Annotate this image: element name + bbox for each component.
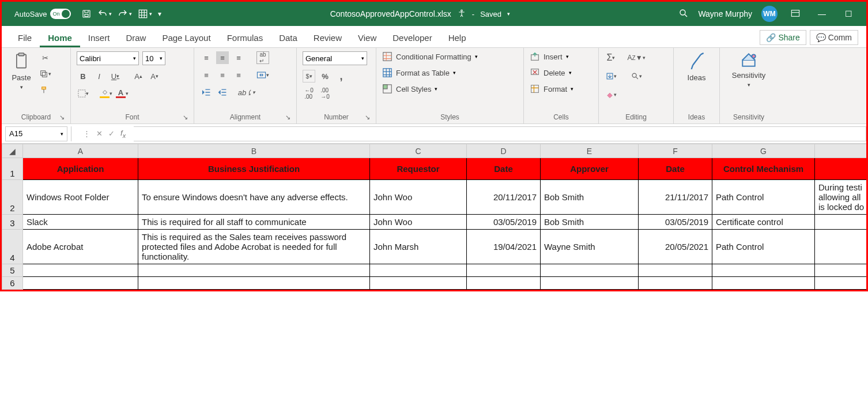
cell-F3[interactable]: 03/05/2019 [639,215,712,230]
wrap-text-button[interactable]: ab↵ [256,51,269,64]
column-header-D[interactable]: D [467,144,541,158]
cell-G2[interactable]: Path Control [712,180,815,215]
cell-D6[interactable] [467,277,541,290]
select-all-corner[interactable]: ◢ [2,144,23,158]
user-avatar[interactable]: WM [761,6,778,22]
maximize-button[interactable]: ☐ [840,9,857,18]
align-left-icon[interactable]: ≡ [200,69,213,81]
font-name-combo[interactable]: Calibri▾ [77,51,139,65]
align-center-icon[interactable]: ≡ [216,69,229,81]
ideas-button[interactable]: Ideas [683,51,711,82]
fill-button[interactable]: ▾ [605,70,617,83]
increase-font-icon[interactable]: A▴ [132,70,145,83]
decrease-decimal-icon[interactable]: .00→0 [319,87,331,100]
cell-H3[interactable] [815,215,867,230]
copy-icon[interactable]: ▾ [39,68,51,80]
bold-button[interactable]: B [77,70,89,83]
formula-input[interactable] [134,126,866,141]
cell-B5[interactable] [138,264,370,277]
dialog-launcher-icon[interactable]: ↘ [285,114,290,121]
borders-button[interactable]: ▾ [77,87,89,100]
comma-icon[interactable]: , [335,70,348,83]
decrease-indent-icon[interactable] [200,86,213,99]
underline-button[interactable]: U▾ [109,70,122,83]
sensitivity-button[interactable]: Sensitivity ▾ [732,51,766,88]
dialog-launcher-icon[interactable]: ↘ [365,114,370,121]
cell-D4[interactable]: 19/04/2021 [467,230,541,264]
cell-D5[interactable] [467,264,541,277]
column-header-H[interactable] [815,144,867,158]
formula-menu-icon[interactable]: ⋮ [83,129,90,138]
cell-G1[interactable]: Control Mechanism [712,158,815,180]
column-header-F[interactable]: F [639,144,712,158]
column-header-E[interactable]: E [541,144,639,158]
format-cells-button[interactable]: Format▾ [530,84,573,94]
cell-C3[interactable]: John Woo [370,215,467,230]
tab-file[interactable]: File [10,28,40,47]
tab-insert[interactable]: Insert [80,28,118,47]
cell-F1[interactable]: Date [639,158,712,180]
column-header-A[interactable]: A [23,144,138,158]
decrease-font-icon[interactable]: A▾ [148,70,161,83]
cell-B1[interactable]: Business Justification [138,158,370,180]
align-bottom-icon[interactable]: ≡ [232,51,245,64]
merge-center-button[interactable]: ▾ [256,69,269,81]
insert-cells-button[interactable]: Insert▾ [530,51,573,62]
fx-icon[interactable]: fx [120,129,126,139]
share-button[interactable]: 🔗Share [760,30,806,45]
number-format-combo[interactable]: General▾ [303,51,367,65]
increase-indent-icon[interactable] [216,86,229,99]
cell-E5[interactable] [541,264,639,277]
find-select-button[interactable]: ▾ [630,70,643,83]
cell-A1[interactable]: Application [23,158,138,180]
tab-review[interactable]: Review [305,28,350,47]
font-size-combo[interactable]: 10▾ [142,51,165,65]
conditional-formatting-button[interactable]: Conditional Formatting▾ [382,51,478,62]
row-header-4[interactable]: 4 [2,230,23,264]
column-header-B[interactable]: B [138,144,370,158]
cell-G5[interactable] [712,264,815,277]
cell-A2[interactable]: Windows Root Folder [23,180,138,215]
user-name[interactable]: Wayne Murphy [698,9,752,18]
align-right-icon[interactable]: ≡ [232,69,245,81]
tab-data[interactable]: Data [271,28,305,47]
cell-B4[interactable]: This is required as the Sales team recei… [138,230,370,264]
cancel-formula-icon[interactable]: ✕ [96,129,103,138]
cell-H4[interactable] [815,230,867,264]
comments-button[interactable]: 💬Comm [810,30,858,45]
tab-view[interactable]: View [350,28,384,47]
undo-button[interactable]: ▾ [97,9,112,19]
cut-icon[interactable]: ✂ [39,51,51,64]
cell-A6[interactable] [23,277,138,290]
cell-E6[interactable] [541,277,639,290]
tab-formulas[interactable]: Formulas [219,28,271,47]
cell-E1[interactable]: Approver [541,158,639,180]
cell-styles-button[interactable]: Cell Styles▾ [382,84,478,94]
cell-D3[interactable]: 03/05/2019 [467,215,541,230]
align-middle-icon[interactable]: ≡ [216,51,229,64]
tab-developer[interactable]: Developer [384,28,440,47]
cell-G4[interactable]: Path Control [712,230,815,264]
tab-home[interactable]: Home [40,28,80,47]
cell-F5[interactable] [639,264,712,277]
cell-C2[interactable]: John Woo [370,180,467,215]
clear-button[interactable]: ▾ [605,88,617,101]
cell-B6[interactable] [138,277,370,290]
grid-icon[interactable]: ▾ [138,9,152,19]
column-header-G[interactable]: G [712,144,815,158]
font-color-button[interactable]: A▾ [116,87,129,100]
cell-G6[interactable] [712,277,815,290]
cell-E4[interactable]: Wayne Smith [541,230,639,264]
save-icon[interactable] [81,9,92,19]
tab-help[interactable]: Help [440,28,474,47]
cell-B2[interactable]: To ensure Windows doesn't have any adver… [138,180,370,215]
cell-A3[interactable]: Slack [23,215,138,230]
cell-D2[interactable]: 20/11/2017 [467,180,541,215]
cell-H5[interactable] [815,264,867,277]
cell-A4[interactable]: Adobe Acrobat [23,230,138,264]
autosum-button[interactable]: Σ▾ [605,51,617,64]
row-header-2[interactable]: 2 [2,180,23,215]
cell-F6[interactable] [639,277,712,290]
dialog-launcher-icon[interactable]: ↘ [183,114,188,121]
sort-filter-button[interactable]: AZ▼▾ [630,51,643,64]
